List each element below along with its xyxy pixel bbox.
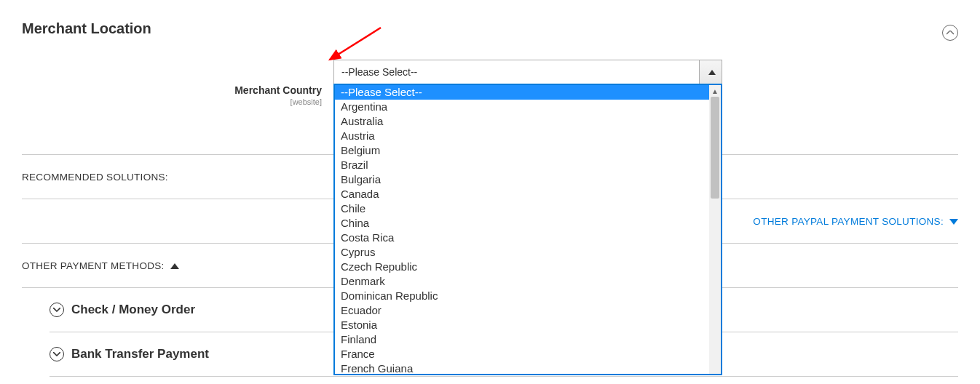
dropdown-option[interactable]: Chile bbox=[335, 201, 709, 216]
dropdown-option[interactable]: Argentina bbox=[335, 100, 709, 114]
dropdown-option[interactable]: French Guiana bbox=[335, 361, 709, 374]
dropdown-option[interactable]: Ecuador bbox=[335, 303, 709, 318]
field-scope-text: [website] bbox=[234, 97, 322, 106]
recommended-solutions-heading: RECOMMENDED SOLUTIONS: bbox=[22, 172, 168, 183]
dropdown-option[interactable]: Czech Republic bbox=[335, 260, 709, 274]
dropdown-option[interactable]: Cyprus bbox=[335, 245, 709, 260]
dropdown-option[interactable]: Belgium bbox=[335, 143, 709, 158]
merchant-country-dropdown: --Please Select--ArgentinaAustraliaAustr… bbox=[333, 84, 722, 375]
expand-icon bbox=[50, 347, 64, 361]
dropdown-option[interactable]: --Please Select-- bbox=[335, 85, 709, 100]
dropdown-option[interactable]: Dominican Republic bbox=[335, 289, 709, 303]
scroll-thumb[interactable] bbox=[711, 97, 719, 199]
dropdown-scrollbar[interactable]: ▲ bbox=[709, 85, 721, 374]
chevron-up-icon bbox=[947, 31, 954, 35]
select-toggle-button[interactable] bbox=[699, 60, 722, 84]
caret-up-icon bbox=[708, 70, 716, 75]
other-paypal-solutions-link[interactable]: OTHER PAYPAL PAYMENT SOLUTIONS: bbox=[753, 216, 958, 227]
scroll-up-arrow-icon[interactable]: ▲ bbox=[709, 85, 721, 97]
payment-method-name: Bank Transfer Payment bbox=[71, 347, 209, 361]
field-label-text: Merchant Country bbox=[234, 84, 322, 96]
dropdown-option[interactable]: Finland bbox=[335, 332, 709, 347]
select-value: --Please Select-- bbox=[334, 60, 699, 84]
dropdown-option[interactable]: China bbox=[335, 216, 709, 231]
dropdown-option[interactable]: Canada bbox=[335, 187, 709, 201]
expand-icon bbox=[50, 303, 64, 317]
dropdown-option[interactable]: France bbox=[335, 347, 709, 361]
section-title: Merchant Location bbox=[22, 20, 151, 37]
merchant-country-select[interactable]: --Please Select-- bbox=[333, 60, 722, 84]
merchant-country-label: Merchant Country [website] bbox=[234, 85, 322, 106]
dropdown-option[interactable]: Australia bbox=[335, 114, 709, 129]
payment-method-name: Check / Money Order bbox=[71, 303, 195, 317]
other-payment-methods-label: OTHER PAYMENT METHODS: bbox=[22, 260, 165, 271]
caret-down-icon bbox=[949, 219, 958, 225]
dropdown-option[interactable]: Estonia bbox=[335, 318, 709, 332]
dropdown-option[interactable]: Costa Rica bbox=[335, 231, 709, 245]
dropdown-option[interactable]: Brazil bbox=[335, 158, 709, 172]
payment-method-row[interactable]: Cash On Delivery Payment bbox=[50, 377, 958, 384]
dropdown-option[interactable]: Bulgaria bbox=[335, 172, 709, 187]
other-paypal-label: OTHER PAYPAL PAYMENT SOLUTIONS: bbox=[753, 216, 944, 227]
caret-up-icon bbox=[170, 263, 179, 269]
dropdown-option[interactable]: Denmark bbox=[335, 274, 709, 289]
dropdown-option[interactable]: Austria bbox=[335, 129, 709, 143]
other-payment-methods-heading[interactable]: OTHER PAYMENT METHODS: bbox=[22, 260, 179, 271]
collapse-section-button[interactable] bbox=[942, 25, 958, 41]
